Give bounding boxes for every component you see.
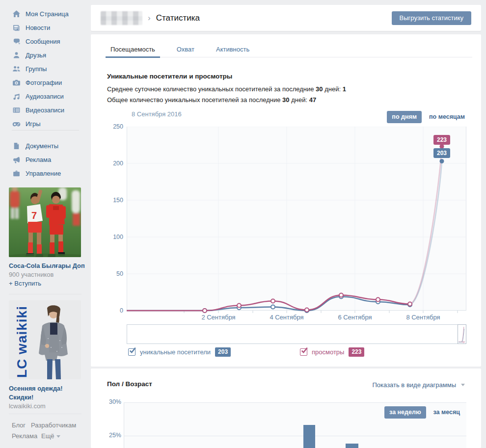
- news-icon: [11, 23, 21, 32]
- legend-value-badge: 223: [349, 347, 364, 357]
- y-axis-tick: 250: [101, 123, 123, 131]
- legend-item-visitors[interactable]: уникальные посетители 203: [128, 347, 231, 357]
- toggle-by-months[interactable]: по месяцам: [429, 113, 465, 120]
- sidebar-item-friends[interactable]: Друзья: [0, 48, 91, 62]
- legend-label: просмотры: [312, 348, 344, 356]
- plus-icon: +: [9, 280, 13, 287]
- sidebar-divider: [9, 414, 81, 414]
- sidebar-item-my-page[interactable]: Моя Страница: [0, 7, 91, 21]
- period-toggle: по дням по месяцам: [387, 111, 465, 123]
- export-statistics-button[interactable]: Выгрузить статистику: [392, 11, 471, 25]
- sidebar-item-messages[interactable]: Сообщения: [0, 34, 91, 48]
- y-axis-tick: 0: [101, 307, 123, 315]
- visits-chart: 2 Сентября 4 Сентября 6 Сентября 8 Сентя…: [127, 127, 466, 323]
- sidebar-item-label: Документы: [26, 142, 58, 150]
- sidebar-item-video[interactable]: Видеозаписи: [0, 103, 91, 117]
- friend-icon: [11, 50, 21, 60]
- document-icon: [11, 141, 21, 151]
- tab-reach[interactable]: Охват: [172, 43, 199, 57]
- sidebar-item-label: Управление: [26, 170, 61, 177]
- groups-icon: [11, 64, 21, 74]
- page-title: Статистика: [156, 13, 200, 23]
- y-axis-label-30: 30%: [99, 398, 121, 405]
- ad-image-soccer[interactable]: 7: [9, 187, 81, 257]
- briefcase-icon: [11, 168, 21, 178]
- ad-title[interactable]: Coca-Cola Былғары Доп: [9, 262, 87, 269]
- sidebar-item-photos[interactable]: Фотографии: [0, 76, 91, 89]
- data-label-views: 223: [433, 135, 450, 145]
- visits-panel: Посещаемость Охват Активность Уникальные…: [91, 34, 481, 367]
- ad-join-link[interactable]: + Вступить: [9, 280, 41, 287]
- y-axis-tick: 150: [101, 196, 123, 204]
- megaphone-icon: [11, 155, 21, 164]
- ad-members-count: 900 участников: [9, 271, 54, 278]
- chart-hover-date: 8 Сентября 2016: [132, 110, 182, 118]
- ad-title[interactable]: Осенняя одежда!: [9, 385, 87, 392]
- sidebar-item-label: Аудиозаписи: [26, 93, 64, 100]
- y-axis-labels: 250200150100500: [101, 127, 123, 311]
- sidebar-item-manage[interactable]: Управление: [0, 166, 91, 180]
- x-axis-label: 6 Сентября: [325, 314, 384, 321]
- sidebar-item-label: Сообщения: [26, 38, 60, 45]
- sidebar-item-documents[interactable]: Документы: [0, 139, 91, 153]
- legend-item-views[interactable]: просмотры 223: [300, 347, 364, 357]
- film-icon: [11, 105, 21, 115]
- x-axis-label: 8 Сентября: [394, 314, 453, 321]
- sidebar-item-groups[interactable]: Группы: [0, 62, 91, 76]
- toggle-week[interactable]: за неделю: [384, 406, 426, 419]
- sidebar-item-ads[interactable]: Реклама: [0, 153, 91, 166]
- footer-link-blog[interactable]: Блог: [12, 422, 26, 429]
- y-axis-label-25: 25%: [99, 432, 121, 439]
- range-navigator[interactable]: [127, 324, 466, 344]
- breadcrumb-chevron-icon: ›: [148, 13, 151, 23]
- ad-image-fashion[interactable]: LC waikiki: [9, 300, 81, 379]
- messages-icon: [11, 36, 21, 46]
- bar: [346, 444, 358, 448]
- sidebar-divider: [12, 130, 79, 131]
- x-axis-label: 2 Сентября: [189, 314, 248, 321]
- legend-value-badge: 203: [215, 347, 231, 357]
- footer-link-more[interactable]: Ещё: [41, 432, 60, 440]
- toggle-month[interactable]: за месяц: [433, 409, 460, 416]
- home-icon: [11, 9, 21, 19]
- sidebar-item-label: Группы: [26, 65, 47, 73]
- tab-visits[interactable]: Посещаемость: [106, 43, 160, 57]
- y-axis-tick: 200: [101, 159, 123, 167]
- tab-activity[interactable]: Активность: [211, 43, 254, 57]
- camera-icon: [11, 78, 21, 87]
- checkbox-visitors[interactable]: [128, 348, 135, 356]
- period-toggle-gender: за неделю за месяц: [384, 406, 460, 419]
- bar: [303, 425, 315, 448]
- show-as-diagram-link[interactable]: Показать в виде диаграммы: [373, 381, 465, 389]
- footer-link-developers[interactable]: Разработчикам: [31, 422, 76, 429]
- range-handle[interactable]: [458, 324, 466, 344]
- x-axis-label: 4 Сентября: [257, 314, 316, 321]
- sidebar-item-label: Новости: [26, 24, 50, 31]
- redacted-page-name[interactable]: [101, 11, 142, 25]
- svg-text:LC waikiki: LC waikiki: [14, 306, 29, 378]
- ad-domain: lcwaikiki.com: [9, 402, 46, 410]
- section-title-visitors: Уникальные посетители и просмотры: [107, 73, 232, 80]
- sidebar-item-audio[interactable]: Аудиозаписи: [0, 89, 91, 103]
- vk-statistics-page: Моя Страница Новости Сообщения Друзья Гр…: [0, 0, 486, 448]
- section-title-gender-age: Пол / Возраст: [107, 380, 152, 388]
- page-header-panel: › Статистика Выгрузить статистику: [91, 5, 481, 31]
- sidebar-item-games[interactable]: Игры: [0, 117, 91, 131]
- gender-age-chart: за неделю за месяц: [124, 402, 466, 448]
- tabs-bar: Посещаемость Охват Активность: [106, 43, 472, 57]
- chart-legend: уникальные посетители 203 просмотры 223: [91, 347, 481, 359]
- toggle-by-days[interactable]: по дням: [387, 111, 422, 123]
- sidebar-divider: [9, 294, 81, 294]
- mini-chart: [458, 325, 466, 343]
- gamepad-icon: [11, 119, 21, 129]
- sidebar-item-label: Друзья: [26, 52, 46, 59]
- y-axis-tick: 100: [101, 233, 123, 241]
- sidebar-item-news[interactable]: Новости: [0, 21, 91, 34]
- gender-age-panel: Пол / Возраст Показать в виде диаграммы …: [91, 369, 481, 448]
- ad-title-line2[interactable]: Скидки!: [9, 394, 87, 401]
- gridline-25: [124, 436, 466, 436]
- sidebar-item-label: Игры: [26, 120, 41, 128]
- footer-link-ads[interactable]: Реклама: [12, 432, 37, 440]
- checkbox-views[interactable]: [300, 348, 307, 356]
- legend-label: уникальные посетители: [140, 348, 211, 356]
